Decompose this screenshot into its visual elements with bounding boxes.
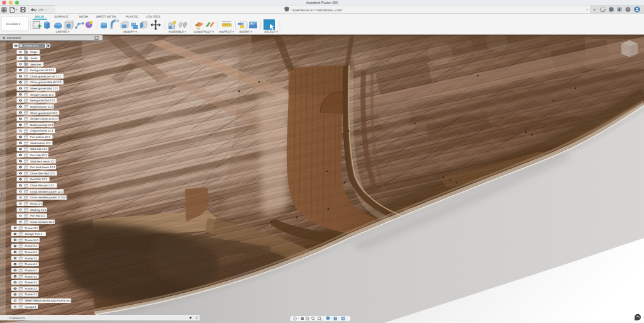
svg-text:Keel filler 12:1: Keel filler 12:1 xyxy=(30,178,48,181)
svg-text:Rung 12:1: Rung 12:1 xyxy=(30,202,43,205)
svg-text:Stbd deck beam 12:1: Stbd deck beam 12:1 xyxy=(30,160,56,163)
svg-text:Frame 9:1: Frame 9:1 xyxy=(25,244,38,247)
svg-text:Port leg 12:1: Port leg 12:1 xyxy=(30,214,46,217)
svg-text:Frame 10:1: Frame 10:1 xyxy=(25,239,40,242)
svg-text:PLASTIC: PLASTIC xyxy=(126,15,139,19)
svg-text:Chine filler port 12:1: Chine filler port 12:1 xyxy=(30,184,55,187)
svg-text:?: ? xyxy=(627,8,629,12)
svg-text:Sheer gusset stbd 12:1: Sheer gusset stbd 12:1 xyxy=(30,87,58,90)
svg-text:UTILITIES: UTILITIES xyxy=(146,15,160,19)
svg-text:Cross member packer 12 (1):1: Cross member packer 12 (1):1 xyxy=(30,196,67,199)
svg-text:Sheer gusset port 12:1: Sheer gusset port 12:1 xyxy=(30,111,58,115)
svg-text:Keel gusset aft 12:1: Keel gusset aft 12:1 xyxy=(30,69,55,72)
svg-text:×: × xyxy=(586,8,588,12)
svg-text:Frame 5:1: Frame 5:1 xyxy=(25,269,38,272)
svg-text:Stbd side 12:1: Stbd side 12:1 xyxy=(30,147,48,150)
svg-text:ASSEMBLE ▾: ASSEMBLE ▾ xyxy=(169,30,187,33)
svg-text:SELECT ▾: SELECT ▾ xyxy=(264,30,278,33)
svg-text:Port bottom 12:1: Port bottom 12:1 xyxy=(30,135,50,139)
svg-text:TEMPTRESS KITTING MODEL v194*: TEMPTRESS KITTING MODEL v194* xyxy=(291,9,343,13)
svg-text:Stringer Port 1: Stringer Port 1 xyxy=(25,232,43,235)
svg-text:Frame 3:1: Frame 3:1 xyxy=(25,281,38,284)
svg-text:BROWSER: BROWSER xyxy=(7,37,21,40)
svg-text:Frame 1:1: Frame 1:1 xyxy=(25,293,38,296)
svg-text:Frame 6:1: Frame 6:1 xyxy=(25,263,38,266)
svg-text:Original frame 12:1: Original frame 12:1 xyxy=(30,129,53,132)
svg-text:Stringer clamp 12 (1):1: Stringer clamp 12 (1):1 xyxy=(30,117,58,120)
svg-text:Stbd leg 12:1: Stbd leg 12:1 xyxy=(30,208,47,212)
svg-text:INSERT ▾: INSERT ▾ xyxy=(239,30,252,33)
svg-text:Cross member packer 12:1: Cross member packer 12:1 xyxy=(30,190,63,193)
svg-text:Chine filler stbd 12:1: Chine filler stbd 12:1 xyxy=(30,172,55,175)
svg-text:Cockpit 1: Cockpit 1 xyxy=(25,305,37,309)
svg-text:Stbd bottom 12:1: Stbd bottom 12:1 xyxy=(30,142,51,145)
svg-text:Autodesk Fusion 360: Autodesk Fusion 360 xyxy=(306,1,338,5)
svg-text:Port deck beam 12:1: Port deck beam 12:1 xyxy=(30,166,55,169)
svg-text:Chine gusset port aft 12:1: Chine gusset port aft 12:1 xyxy=(30,75,62,78)
svg-text:Chine gusset stbd aft 12:1: Chine gusset stbd aft 12:1 xyxy=(30,81,62,84)
svg-text:Frame 4:1: Frame 4:1 xyxy=(25,275,38,278)
svg-text:CONSTRUCT ▾: CONSTRUCT ▾ xyxy=(194,30,214,33)
svg-text:SURFACE: SURFACE xyxy=(54,15,69,19)
svg-text:MESH: MESH xyxy=(79,15,88,19)
svg-text:Joints: Joints xyxy=(30,57,37,60)
svg-text:+: + xyxy=(593,8,596,13)
svg-text:DESIGN ▾: DESIGN ▾ xyxy=(6,23,21,26)
svg-text:Keel gusset fwd 12:1: Keel gusset fwd 12:1 xyxy=(30,99,56,102)
svg-text:Sketches: Sketches xyxy=(30,63,42,66)
svg-text:Cross member 12:1: Cross member 12:1 xyxy=(30,220,54,224)
svg-text:Frame 8:1: Frame 8:1 xyxy=(25,251,38,254)
svg-text:Origin: Origin xyxy=(30,50,38,54)
svg-text:CREATE ▾: CREATE ▾ xyxy=(56,30,70,33)
svg-text:COMMENTS: COMMENTS xyxy=(9,317,25,320)
svg-text:Frame 7:1: Frame 7:1 xyxy=(25,257,38,260)
svg-text:Frame 2:1: Frame 2:1 xyxy=(25,287,38,290)
svg-text:TEMPTRESS SKINS AND FLATS v6:1: TEMPTRESS SKINS AND FLATS v6:1 xyxy=(25,299,72,302)
svg-text:Frame 12:1: Frame 12:1 xyxy=(25,44,39,47)
svg-text:MODIFY ▾: MODIFY ▾ xyxy=(123,30,137,33)
svg-text:Stringer clamp 12:1: Stringer clamp 12:1 xyxy=(30,93,54,96)
svg-text:INSPECT ▾: INSPECT ▾ xyxy=(219,30,234,33)
svg-text:SOLID: SOLID xyxy=(35,15,44,19)
svg-text:Bulkhead port 12:1: Bulkhead port 12:1 xyxy=(30,105,53,108)
svg-text:SHEET METAL: SHEET METAL xyxy=(96,15,117,19)
svg-text:Port side 12:1: Port side 12:1 xyxy=(30,154,47,157)
svg-text:Frame 11:1: Frame 11:1 xyxy=(25,227,39,230)
svg-text:Bulkhead stbd 12:1: Bulkhead stbd 12:1 xyxy=(30,123,53,127)
